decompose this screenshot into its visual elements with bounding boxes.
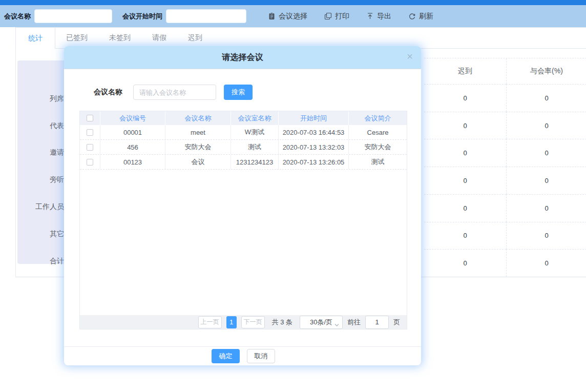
- dialog-header: 请选择会议 ×: [64, 46, 421, 69]
- col-room-name: 会议室名称: [231, 111, 279, 125]
- tab-late[interactable]: 迟到: [177, 28, 213, 48]
- stat-label-staff: 工作人员:: [17, 202, 66, 211]
- stat-label-other: 其它:: [17, 230, 66, 238]
- export-label: 导出: [377, 12, 391, 21]
- cell-description: 安防大会: [349, 140, 407, 154]
- select-all-checkbox[interactable]: [87, 115, 93, 121]
- meeting-start-time-input[interactable]: [166, 9, 246, 23]
- refresh-button[interactable]: 刷新: [408, 12, 433, 21]
- stat-value: 0: [424, 139, 506, 167]
- goto-suffix: 页: [393, 318, 400, 327]
- table-row[interactable]: 00001 meet W测试 2020-07-03 16:44:53 Cesar…: [80, 125, 407, 140]
- cell-description: 测试: [349, 155, 407, 169]
- stat-value: 0: [506, 249, 586, 277]
- col-description: 会议简介: [349, 111, 407, 125]
- tab-signed-in[interactable]: 已签到: [55, 28, 98, 48]
- meeting-select-dialog: 请选择会议 × 会议名称 搜索 会议编号 会议名称 会议室名称 开始时间 会议简…: [64, 46, 421, 365]
- stat-label-attendee: 列席:: [17, 94, 66, 102]
- table-row[interactable]: 456 安防大会 测试 2020-07-13 13:32:03 安防大会: [80, 140, 407, 155]
- stat-value: 0: [506, 194, 586, 222]
- next-page-button[interactable]: 下一页: [241, 316, 265, 328]
- stat-value: 0: [424, 249, 506, 277]
- cell-start-time: 2020-07-03 16:44:53: [279, 125, 349, 139]
- meeting-select-label: 会议选择: [279, 12, 307, 21]
- cell-meeting-name: 安防大会: [165, 140, 231, 154]
- col-meeting-name: 会议名称: [165, 111, 231, 125]
- cell-meeting-name: meet: [165, 125, 231, 139]
- print-button[interactable]: 打印: [324, 12, 349, 21]
- meeting-table-header: 会议编号 会议名称 会议室名称 开始时间 会议简介: [80, 111, 407, 125]
- stat-value: 0: [506, 222, 586, 250]
- column-header-attendance-rate: 与会率(%): [506, 58, 586, 84]
- tab-not-signed-in[interactable]: 未签到: [98, 28, 141, 48]
- cell-description: Cesare: [349, 125, 407, 139]
- meeting-start-time-label: 会议开始时间: [122, 12, 162, 21]
- stat-value: 0: [424, 194, 506, 222]
- stat-label-total: 合计:: [17, 257, 66, 265]
- cell-meeting-id: 00123: [100, 155, 165, 169]
- cell-room-name: 测试: [231, 140, 279, 154]
- prev-page-button[interactable]: 上一页: [198, 316, 222, 328]
- export-icon: [366, 12, 374, 20]
- page-size-select[interactable]: 30条/页: [300, 316, 343, 329]
- footer-divider: [64, 346, 421, 347]
- stat-label-delegate: 代表:: [17, 121, 66, 130]
- search-label: 会议名称: [94, 88, 122, 97]
- row-checkbox[interactable]: [87, 129, 93, 136]
- cancel-button[interactable]: 取消: [247, 349, 275, 363]
- tab-bar: 统计 已签到 未签到 请假 迟到: [15, 27, 586, 49]
- search-input[interactable]: [133, 85, 216, 100]
- pagination-bar: 上一页 1 下一页 共 3 条 30条/页 前往 页: [80, 315, 407, 329]
- cell-meeting-id: 456: [100, 140, 165, 154]
- table-row[interactable]: 00123 会议 1231234123 2020-07-13 13:26:05 …: [80, 155, 407, 170]
- cell-start-time: 2020-07-13 13:26:05: [279, 155, 349, 169]
- meeting-table: 会议编号 会议名称 会议室名称 开始时间 会议简介 00001 meet W测试…: [79, 111, 407, 329]
- stat-value: 0: [506, 84, 586, 112]
- print-label: 打印: [335, 12, 349, 21]
- stat-value: 0: [424, 222, 506, 250]
- cell-start-time: 2020-07-13 13:32:03: [279, 140, 349, 154]
- stat-label-observer: 旁听:: [17, 175, 66, 183]
- refresh-icon: [408, 12, 416, 20]
- stat-value: 0: [424, 167, 506, 194]
- goto-label: 前往: [347, 318, 361, 327]
- export-button[interactable]: 导出: [366, 12, 391, 21]
- cell-room-name: W测试: [231, 125, 279, 139]
- stat-label-invited: 邀请:: [17, 148, 66, 156]
- current-page[interactable]: 1: [226, 316, 237, 328]
- total-count: 共 3 条: [272, 318, 292, 327]
- toolbar-actions: 会议选择 打印 导出 刷新: [268, 12, 433, 21]
- top-strip: [0, 0, 586, 5]
- meeting-select-button[interactable]: 会议选择: [268, 12, 307, 21]
- page-size-value: 30条/页: [310, 318, 332, 327]
- stat-value: 0: [424, 84, 506, 112]
- cell-meeting-name: 会议: [165, 155, 231, 169]
- dialog-search-row: 会议名称 搜索: [94, 85, 253, 100]
- search-button[interactable]: 搜索: [224, 85, 253, 100]
- chevron-down-icon: [334, 321, 339, 328]
- statistics-table: 迟到 与会率(%) 0 0 0 0 0 0 0 0 0 0 0 0 0 0: [424, 58, 586, 277]
- col-meeting-id: 会议编号: [100, 111, 165, 125]
- dialog-title: 请选择会议: [222, 52, 263, 63]
- col-start-time: 开始时间: [279, 111, 349, 125]
- column-header-late: 迟到: [424, 58, 506, 84]
- meeting-name-input[interactable]: [34, 9, 112, 23]
- print-icon: [324, 12, 332, 20]
- filter-bar: 会议名称 会议开始时间 会议选择 打印 导出 刷新: [0, 5, 586, 27]
- refresh-label: 刷新: [419, 12, 433, 21]
- stat-value: 0: [506, 139, 586, 167]
- tab-statistics[interactable]: 统计: [15, 28, 55, 49]
- stat-value: 0: [424, 112, 506, 139]
- row-checkbox[interactable]: [87, 144, 93, 151]
- stat-value: 0: [506, 167, 586, 194]
- cell-meeting-id: 00001: [100, 125, 165, 139]
- cell-room-name: 1231234123: [231, 155, 279, 169]
- stat-value: 0: [506, 112, 586, 139]
- row-checkbox[interactable]: [87, 159, 93, 166]
- tab-leave[interactable]: 请假: [141, 28, 177, 48]
- clipboard-icon: [268, 12, 276, 20]
- confirm-button[interactable]: 确定: [212, 349, 240, 363]
- close-icon[interactable]: ×: [407, 51, 413, 61]
- goto-page-input[interactable]: [365, 316, 389, 329]
- meeting-name-label: 会议名称: [4, 12, 31, 21]
